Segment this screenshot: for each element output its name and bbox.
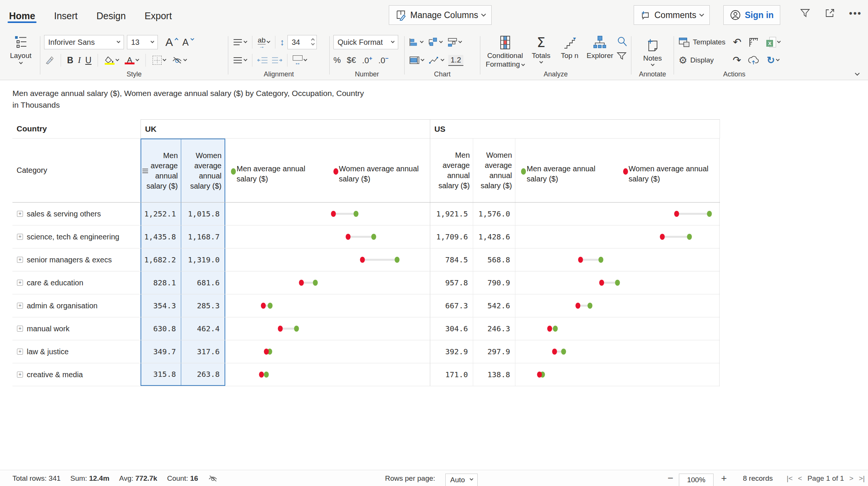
tab-design[interactable]: Design	[96, 4, 127, 28]
uk-men-value-cell[interactable]: 354.3	[141, 294, 181, 317]
uk-women-value-cell[interactable]: 285.3	[181, 294, 225, 317]
uk-dumbbell-cell[interactable]	[225, 363, 430, 386]
currency-format-button[interactable]: $€	[347, 55, 356, 65]
format-painter-icon[interactable]	[44, 55, 55, 66]
us-women-header-cell[interactable]: Women average annual salary ($)	[473, 139, 515, 202]
zoom-in-button[interactable]: +	[721, 470, 727, 486]
category-cell[interactable]: +law & justice	[12, 340, 141, 363]
comments-button[interactable]: Comments	[634, 5, 710, 25]
refresh-button[interactable]: ↻	[766, 54, 780, 67]
grow-font-button[interactable]: A	[165, 35, 179, 49]
category-cell[interactable]: +care & education	[12, 271, 141, 294]
uk-chart-header-cell[interactable]: Men average annual salary ($) Women aver…	[225, 139, 430, 202]
rows-per-page-select[interactable]: Auto	[445, 472, 478, 486]
totals-button[interactable]: Σ Totals	[527, 33, 555, 64]
category-header-cell[interactable]: Category	[12, 139, 141, 202]
us-men-value-cell[interactable]: 1,709.6	[430, 225, 473, 248]
ruler-icon[interactable]	[748, 37, 759, 47]
layout-button[interactable]: Layout	[5, 33, 36, 65]
tab-insert[interactable]: Insert	[53, 4, 78, 28]
sign-in-button[interactable]: Sign in	[723, 5, 780, 25]
uk-men-value-cell[interactable]: 630.8	[141, 317, 181, 340]
us-women-value-cell[interactable]: 297.9	[473, 340, 515, 363]
increase-decimal-button[interactable]: .0+	[362, 55, 372, 66]
tab-home[interactable]: Home	[8, 4, 36, 28]
shrink-font-button[interactable]: A	[182, 36, 194, 49]
borders-button[interactable]	[152, 55, 167, 66]
outdent-icon[interactable]	[257, 56, 268, 64]
zoom-out-button[interactable]: −	[668, 470, 673, 486]
uk-women-value-cell[interactable]: 681.6	[181, 271, 225, 294]
uk-dumbbell-cell[interactable]	[225, 203, 430, 225]
uk-women-value-cell[interactable]: 317.6	[181, 340, 225, 363]
uk-men-value-cell[interactable]: 1,435.8	[141, 225, 181, 248]
category-cell[interactable]: +senior managers & execs	[12, 248, 141, 271]
us-dumbbell-cell[interactable]	[515, 294, 720, 317]
uk-women-value-cell[interactable]: 263.8	[181, 363, 225, 386]
uk-men-value-cell[interactable]: 315.8	[141, 363, 181, 386]
uk-dumbbell-cell[interactable]	[225, 225, 430, 248]
us-dumbbell-cell[interactable]	[515, 317, 720, 340]
notes-button[interactable]: Notes	[635, 36, 670, 67]
category-cell[interactable]: +manual work	[12, 317, 141, 340]
next-page-button[interactable]: >	[849, 474, 853, 483]
italic-button[interactable]: I	[78, 55, 81, 65]
us-section-header[interactable]: US	[430, 119, 720, 139]
uk-dumbbell-cell[interactable]	[225, 271, 430, 294]
uk-men-value-cell[interactable]: 1,682.2	[141, 248, 181, 271]
country-header-cell[interactable]: Country	[12, 119, 141, 139]
expand-row-icon[interactable]: +	[17, 257, 23, 263]
combo-chart-button[interactable]	[447, 37, 462, 47]
font-name-select[interactable]: Inforiver Sans	[44, 35, 124, 49]
horizontal-align-button[interactable]	[232, 55, 248, 65]
font-color-button[interactable]: A	[124, 55, 139, 65]
uk-women-value-cell[interactable]: 1,015.8	[181, 203, 225, 225]
templates-button[interactable]: Templates	[678, 36, 726, 48]
uk-men-value-cell[interactable]: 1,252.1	[141, 203, 181, 225]
us-women-value-cell[interactable]: 790.9	[473, 271, 515, 294]
cloud-upload-icon[interactable]	[748, 55, 759, 65]
category-cell[interactable]: +creative & media	[12, 363, 141, 386]
us-men-value-cell[interactable]: 1,921.5	[430, 203, 473, 225]
us-chart-header-cell[interactable]: Men average annual salary ($) Women aver…	[515, 139, 720, 202]
hierarchy-chart-button[interactable]	[428, 37, 443, 47]
explorer-button[interactable]: Explorer	[585, 33, 615, 60]
font-size-select[interactable]: 13	[127, 35, 158, 49]
us-men-value-cell[interactable]: 171.0	[430, 363, 473, 386]
undo-icon[interactable]: ↶	[733, 36, 742, 48]
us-dumbbell-cell[interactable]	[515, 225, 720, 248]
expand-row-icon[interactable]: +	[17, 349, 23, 355]
underline-button[interactable]: U	[85, 55, 92, 66]
collapse-ribbon-icon[interactable]	[855, 71, 860, 76]
expand-row-icon[interactable]: +	[17, 326, 23, 332]
number-display-button[interactable]: 1.2	[448, 55, 463, 66]
decrease-decimal-button[interactable]: .0−	[378, 55, 388, 66]
uk-women-value-cell[interactable]: 1,319.0	[181, 248, 225, 271]
display-button[interactable]: ⚙ Display	[678, 55, 715, 66]
export-excel-button[interactable]: X	[766, 36, 781, 48]
uk-men-value-cell[interactable]: 349.7	[141, 340, 181, 363]
us-men-value-cell[interactable]: 304.6	[430, 317, 473, 340]
uk-dumbbell-cell[interactable]	[225, 248, 430, 271]
cell-chart-button[interactable]	[408, 55, 425, 65]
us-men-value-cell[interactable]: 392.9	[430, 340, 473, 363]
bold-button[interactable]: B	[67, 55, 73, 66]
first-page-button[interactable]: |<	[787, 474, 793, 483]
us-dumbbell-cell[interactable]	[515, 363, 720, 386]
us-men-header-cell[interactable]: Men average annual salary ($)	[430, 139, 473, 202]
expand-row-icon[interactable]: +	[17, 303, 23, 309]
fill-color-button[interactable]	[104, 55, 119, 66]
expand-row-icon[interactable]: +	[17, 234, 23, 240]
column-width-button[interactable]: ↔	[292, 55, 307, 66]
us-women-value-cell[interactable]: 246.3	[473, 317, 515, 340]
category-cell[interactable]: +admin & organisation	[12, 294, 141, 317]
text-wrap-button[interactable]: ab→	[257, 36, 270, 49]
category-cell[interactable]: +science, tech & engineering	[12, 225, 141, 248]
indent-icon[interactable]	[271, 56, 283, 64]
us-dumbbell-cell[interactable]	[515, 248, 720, 271]
us-women-value-cell[interactable]: 138.8	[473, 363, 515, 386]
tab-export[interactable]: Export	[144, 4, 173, 28]
percent-format-button[interactable]: %	[333, 55, 341, 65]
expand-row-icon[interactable]: +	[17, 211, 23, 217]
uk-men-header-cell[interactable]: Men average annual salary ($)	[141, 139, 181, 202]
